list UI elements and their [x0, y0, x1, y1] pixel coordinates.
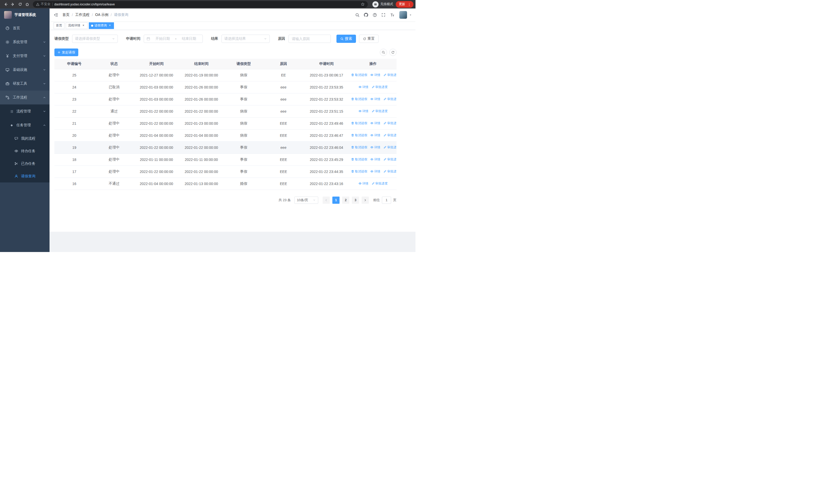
sidebar-item-process-mgmt[interactable]: 流程管理	[0, 105, 50, 118]
detail-link[interactable]: 详情	[359, 181, 369, 186]
reason-input[interactable]	[288, 35, 331, 43]
sidebar-item-task-mgmt[interactable]: 任务管理	[0, 118, 50, 132]
detail-link[interactable]: 详情	[370, 121, 380, 125]
cancel-leave-link[interactable]: 取消请假	[351, 121, 367, 125]
divider	[52, 3, 53, 6]
search-button[interactable]: 搜索	[337, 35, 356, 43]
cancel-leave-link[interactable]: 取消请假	[351, 169, 367, 174]
sidebar-item-label: 首页	[13, 26, 20, 31]
col-reason: 原因	[264, 59, 303, 69]
fullscreen-icon[interactable]	[380, 11, 387, 19]
approval-progress-link[interactable]: 审批进度	[372, 85, 388, 89]
create-leave-button[interactable]: 发起请假	[54, 49, 78, 56]
back-icon[interactable]	[2, 1, 9, 8]
cancel-leave-link[interactable]: 取消请假	[351, 157, 367, 162]
sidebar-item-system[interactable]: 系统管理	[0, 35, 50, 49]
approval-progress-link[interactable]: 审批进度	[372, 181, 388, 186]
security-warning[interactable]: 不安全	[36, 2, 51, 6]
reset-button[interactable]: 重置	[359, 35, 378, 43]
sidebar-item-done-tasks[interactable]: 已办任务	[0, 157, 50, 170]
chevron-down-icon	[43, 68, 46, 71]
cell-status: 处理中	[94, 69, 134, 81]
reload-icon[interactable]	[17, 1, 24, 8]
github-icon[interactable]	[362, 11, 370, 19]
cancel-leave-link[interactable]: 取消请假	[351, 97, 367, 101]
sidebar-item-label: 支付管理	[13, 54, 27, 58]
cancel-leave-link[interactable]: 取消请假	[351, 73, 367, 77]
detail-link[interactable]: 详情	[359, 109, 369, 113]
bookmark-star-icon[interactable]	[361, 2, 365, 6]
refresh-table-button[interactable]	[389, 49, 397, 56]
breadcrumb-separator: /	[92, 13, 93, 17]
cell-status: 处理中	[94, 93, 134, 105]
approval-progress-link[interactable]: 审批进度	[383, 145, 397, 150]
page-button-3[interactable]: 3	[352, 197, 359, 204]
toggle-search-button[interactable]	[380, 49, 387, 56]
link-icon	[10, 123, 14, 127]
prev-page-button[interactable]	[323, 197, 330, 204]
approval-progress-link[interactable]: 审批进度	[383, 133, 397, 138]
detail-link[interactable]: 详情	[370, 145, 380, 150]
approval-progress-link[interactable]: 审批进度	[383, 169, 397, 174]
help-icon[interactable]	[371, 11, 378, 19]
table-row: 21处理中2022-01-22 00:00:002022-01-23 00:00…	[54, 117, 397, 129]
sidebar-item-leave-query[interactable]: 请假查询	[0, 170, 50, 182]
page-button-2[interactable]: 2	[342, 197, 349, 204]
detail-link[interactable]: 详情	[370, 97, 380, 101]
cancel-leave-link[interactable]: 取消请假	[351, 145, 367, 150]
approval-progress-link[interactable]: 审批进度	[383, 157, 397, 162]
sidebar-item-devtools[interactable]: 研发工具	[0, 77, 50, 91]
close-icon[interactable]: ×	[82, 24, 85, 27]
cell-leave-type: 事假	[224, 81, 264, 93]
detail-link[interactable]: 详情	[370, 169, 380, 174]
cell-end-time: 2022-01-22 00:00:00	[179, 141, 224, 153]
goto-page-input[interactable]	[382, 197, 391, 204]
sidebar-collapse-icon[interactable]	[50, 8, 62, 21]
approval-progress-link[interactable]: 审批进度	[383, 121, 397, 125]
home-icon[interactable]	[24, 1, 31, 8]
cell-start-time: 2022-01-22 00:00:00	[134, 105, 179, 117]
tab-leave-query[interactable]: 请假查询 ×	[89, 22, 114, 29]
close-icon[interactable]: ×	[108, 24, 112, 27]
tags-view-bar: 首页 流程详情 × 请假查询 ×	[50, 21, 416, 30]
sidebar-item-my-process[interactable]: 我的流程	[0, 132, 50, 145]
detail-link[interactable]: 详情	[359, 85, 369, 89]
breadcrumb-item[interactable]: 首页	[62, 12, 69, 17]
sidebar-item-home[interactable]: 首页	[0, 21, 50, 35]
leave-type-select[interactable]: 请选择请假类型	[72, 35, 118, 43]
col-leave-type: 请假类型	[224, 59, 264, 69]
next-page-button[interactable]	[362, 197, 369, 204]
cell-reason: EEE	[264, 153, 303, 166]
page-button-1[interactable]: 1	[332, 197, 340, 204]
browser-update-button[interactable]: 更新 ⋮	[396, 1, 413, 8]
search-icon[interactable]	[354, 11, 361, 19]
tab-process-detail[interactable]: 流程详情 ×	[66, 22, 87, 29]
approval-progress-link[interactable]: 审批进度	[383, 97, 397, 101]
menu-dots-icon[interactable]: ⋮	[407, 3, 412, 6]
detail-link[interactable]: 详情	[370, 133, 380, 138]
cancel-leave-link[interactable]: 取消请假	[351, 133, 367, 138]
list-icon	[10, 110, 14, 113]
detail-link[interactable]: 详情	[370, 73, 380, 77]
approval-progress-link[interactable]: 审批进度	[372, 109, 388, 113]
result-select[interactable]: 请选择流结果	[222, 35, 270, 43]
sidebar-item-payment[interactable]: 支付管理	[0, 49, 50, 63]
sidebar-item-infra[interactable]: 基础设施	[0, 63, 50, 77]
edit-icon	[372, 182, 375, 185]
apply-time-range-picker[interactable]: 开始日期 - 结束日期	[144, 35, 203, 43]
page-size-select[interactable]: 10条/页	[294, 197, 318, 204]
create-leave-label: 发起请假	[62, 50, 75, 55]
scissors-icon	[15, 162, 19, 166]
font-size-icon[interactable]	[389, 11, 396, 19]
app-logo[interactable]: 芋道管理系统	[0, 8, 50, 21]
sidebar-item-workflow[interactable]: 工作流程	[0, 91, 50, 105]
approval-progress-link[interactable]: 审批进度	[383, 73, 397, 77]
user-avatar[interactable]	[399, 11, 407, 19]
detail-link[interactable]: 详情	[370, 157, 380, 162]
caret-down-icon[interactable]	[409, 13, 412, 17]
tab-home[interactable]: 首页	[54, 22, 64, 29]
sidebar-item-todo-tasks[interactable]: 待办任务	[0, 145, 50, 157]
forward-icon[interactable]	[9, 1, 17, 8]
cell-start-time: 2022-01-22 00:00:00	[134, 166, 179, 178]
address-bar[interactable]: 不安全 dashboard.yudao.iocoder.cn/bpm/oa/le…	[33, 1, 368, 8]
